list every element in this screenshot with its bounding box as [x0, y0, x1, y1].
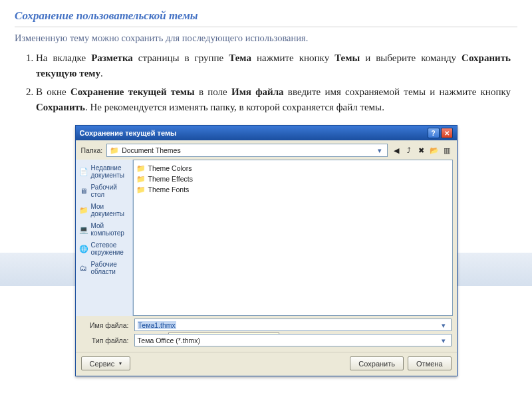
filename-input[interactable]: Тема1.thmx ▾ Имя файла или веб-адрес (ht…: [134, 319, 452, 331]
folder-icon: 📁: [136, 185, 146, 194]
chevron-down-icon: ▾: [375, 146, 384, 154]
filename-area: Имя файла: Тема1.thmx ▾ Имя файла или ве…: [76, 316, 457, 350]
folder-value: Document Themes: [122, 146, 181, 154]
title-separator: [15, 27, 517, 27]
page-title: Сохранение пользовательской темы: [0, 0, 532, 24]
list-item[interactable]: 📁Theme Colors: [136, 163, 450, 174]
save-button[interactable]: Сохранить: [350, 356, 404, 370]
intro-text: Измененную тему можно сохранить для посл…: [0, 33, 532, 51]
step-2: В окне Сохранение текущей темы в поле Им…: [36, 84, 511, 114]
up-icon[interactable]: ⤴: [404, 146, 414, 155]
sidebar-item-network[interactable]: 🌐Сетевое окружение: [78, 240, 130, 258]
tools-button[interactable]: Сервис: [81, 356, 131, 370]
cancel-button[interactable]: Отмена: [408, 356, 451, 370]
filetype-value: Тема Office (*.thmx): [138, 336, 201, 344]
filename-label: Имя файла:: [81, 321, 129, 329]
recent-icon: 📄: [79, 168, 88, 177]
folder-icon: 📁: [136, 164, 146, 173]
button-bar: Сервис Сохранить Отмена: [76, 352, 457, 376]
workspaces-icon: 🗂: [79, 264, 88, 273]
back-icon[interactable]: ◀: [392, 146, 401, 155]
folder-toolbar: Папка: 📁 Document Themes ▾ ◀ ⤴ ✖ 📂 ▥: [76, 140, 457, 160]
folder-icon: 📁: [136, 174, 146, 184]
dialog-titlebar[interactable]: Сохранение текущей темы ? ✕: [76, 126, 457, 140]
steps-list: На вкладке Разметка страницы в группе Те…: [0, 51, 532, 125]
chevron-down-icon: ▾: [439, 321, 448, 329]
close-button[interactable]: ✕: [441, 128, 453, 138]
file-list[interactable]: 📁Theme Colors 📁Theme Effects 📁Theme Font…: [133, 160, 453, 316]
chevron-down-icon: ▾: [439, 336, 448, 344]
filetype-select[interactable]: Тема Office (*.thmx) ▾: [134, 334, 452, 346]
sidebar-item-recent[interactable]: 📄Недавние документы: [78, 163, 130, 181]
sidebar-item-desktop[interactable]: 🖥Рабочий стол: [78, 182, 130, 200]
folder-label: Папка:: [81, 146, 103, 154]
places-sidebar: 📄Недавние документы 🖥Рабочий стол 📁Мои д…: [76, 160, 133, 316]
sidebar-item-workspaces[interactable]: 🗂Рабочие области: [78, 259, 130, 277]
filetype-label: Тип файла:: [81, 336, 129, 344]
desktop-icon: 🖥: [79, 187, 88, 196]
delete-icon[interactable]: ✖: [417, 146, 426, 155]
filename-value: Тема1.thmx: [138, 321, 176, 329]
sidebar-item-mydocs[interactable]: 📁Мои документы: [78, 201, 130, 219]
mydocs-icon: 📁: [79, 206, 88, 215]
step-1: На вкладке Разметка страницы в группе Те…: [36, 51, 511, 80]
new-folder-icon[interactable]: 📂: [430, 146, 439, 155]
network-icon: 🌐: [79, 245, 88, 254]
list-item[interactable]: 📁Theme Fonts: [136, 184, 450, 195]
sidebar-item-mycomputer[interactable]: 💻Мой компьютер: [78, 221, 130, 239]
views-icon[interactable]: ▥: [442, 146, 452, 155]
computer-icon: 💻: [79, 225, 88, 235]
folder-icon: 📁: [110, 146, 119, 155]
dialog-title: Сохранение текущей темы: [80, 129, 177, 137]
list-item[interactable]: 📁Theme Effects: [136, 174, 450, 184]
folder-select[interactable]: 📁 Document Themes ▾: [106, 144, 387, 157]
help-button[interactable]: ?: [428, 128, 440, 138]
save-theme-dialog: Сохранение текущей темы ? ✕ Папка: 📁 Doc…: [75, 125, 458, 376]
